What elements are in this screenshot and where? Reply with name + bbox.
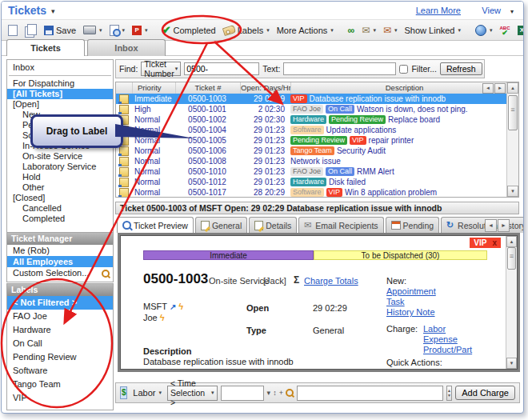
print-preview-button[interactable]: ▾ xyxy=(107,24,128,37)
refresh-button[interactable]: Refresh xyxy=(440,62,482,75)
charge-item-input[interactable] xyxy=(221,386,264,401)
links-button[interactable]: ∞ xyxy=(346,25,358,36)
label-item-vip[interactable]: VIP xyxy=(7,391,113,405)
preview-scrollbar-thumb[interactable] xyxy=(507,247,516,270)
employee-filter-custom-selection[interactable]: Custom Selection... xyxy=(7,267,113,278)
scrollbar-thumb[interactable] xyxy=(508,95,518,130)
ticket-row-0500-1008[interactable]: Normal0500-100829 01:23Network issue xyxy=(116,156,506,166)
employee-filter-all-employees[interactable]: All Employees xyxy=(7,256,113,267)
label-item-fao-joe[interactable]: FAO Joe xyxy=(7,310,113,323)
charge-description-input[interactable] xyxy=(297,386,443,401)
label-item-hardware[interactable]: Hardware xyxy=(7,323,113,337)
ticket-row-0500-1010[interactable]: Normal0500-101029 01:23FAO JoeOn CallRMM… xyxy=(116,166,506,177)
ticket-row-0500-1001[interactable]: High0500-10012 02:30FAO JoeOn CallWatson… xyxy=(116,104,506,114)
tab-details[interactable]: Details xyxy=(249,217,297,233)
column-header-priority[interactable]: Priority xyxy=(133,82,176,94)
label-item-on-call[interactable]: On Call xyxy=(7,337,113,350)
grid-scrollbar[interactable]: ▲ ▼ xyxy=(506,82,518,197)
ticket-row-0500-1006[interactable]: Normal0500-100629 01:23Tango TeamSecurit… xyxy=(116,146,506,156)
scroll-left-icon[interactable]: ◄ xyxy=(482,83,494,94)
time-selection-select[interactable]: < Time Selection >▾ xyxy=(167,386,218,401)
account-zap-icon[interactable]: ϟ xyxy=(178,302,183,311)
more-actions-button[interactable]: More Actions▾ xyxy=(274,25,336,36)
page-title[interactable]: Tickets xyxy=(8,4,46,17)
scroll-right-icon[interactable]: ► xyxy=(494,83,506,94)
sidebar-item-on-site-service[interactable]: On-site Service xyxy=(7,151,113,162)
completed-button[interactable]: ✔Completed xyxy=(160,25,218,36)
label-item-pending-review[interactable]: Pending Review xyxy=(7,350,113,364)
new-ticket-button[interactable] xyxy=(6,24,20,37)
label-item-not-filtered[interactable]: < Not Filtered > xyxy=(7,296,113,310)
show-linked-button[interactable]: Show Linked▾ xyxy=(402,25,464,36)
find-field-select[interactable]: Ticket Number▾ xyxy=(141,62,181,76)
tab-pending[interactable]: Pending xyxy=(386,217,440,233)
email-open-button[interactable]: ✉▾ xyxy=(359,25,378,36)
sidebar-item-cancelled[interactable]: Cancelled xyxy=(7,203,113,214)
pdf-button[interactable]: P▾ xyxy=(130,25,150,36)
view-menu-caret-icon[interactable]: ▾ xyxy=(510,8,514,15)
tabs-scroll-right-icon[interactable]: ► xyxy=(498,219,510,232)
tabs-scroll-left-icon[interactable]: ◄ xyxy=(485,219,497,232)
export-button[interactable]: X▾ xyxy=(515,25,524,36)
vip-badge[interactable]: VIPx xyxy=(470,238,501,248)
email-send-button[interactable]: ✉▾ xyxy=(381,25,400,36)
sidebar-item-other[interactable]: Other xyxy=(7,182,113,193)
preview-scroll-down-icon[interactable]: ▼ xyxy=(506,358,517,369)
ticket-row-0500-1003[interactable]: Immediate0500-100329 02:29VIPDatabase re… xyxy=(116,94,506,104)
ticket-row-0500-1017[interactable]: Normal0500-101728 20:29SoftwareVIPWin 8 … xyxy=(116,187,506,197)
account-link-icon[interactable]: ↗ xyxy=(170,302,176,311)
label-item-software[interactable]: Software xyxy=(7,364,113,378)
tab-ticket-preview[interactable]: Ticket Preview xyxy=(117,217,194,233)
charge-totals-link[interactable]: Charge Totals xyxy=(304,276,358,286)
contact-zap-icon[interactable]: ϟ xyxy=(160,313,165,322)
contact-label[interactable]: Joe xyxy=(143,313,158,322)
ticket-row-0500-1005[interactable]: Normal0500-100529 01:23Pending ReviewVIP… xyxy=(116,135,506,146)
quantity-stepper[interactable]: ▲▼ xyxy=(446,386,452,401)
item-dropdown-icon[interactable]: ▾ xyxy=(267,389,271,397)
link-appointment[interactable]: Appointment xyxy=(386,286,436,296)
save-button[interactable]: Save xyxy=(42,25,78,36)
sidebar-item-inbox[interactable]: Inbox xyxy=(7,62,113,73)
learn-more-link[interactable]: Learn More xyxy=(416,6,461,15)
tab-tickets[interactable]: Tickets xyxy=(6,39,85,56)
charge-category-select[interactable]: Labor▾ xyxy=(130,387,164,398)
vip-remove-icon[interactable]: x xyxy=(492,238,497,247)
link-labor[interactable]: Labor xyxy=(423,324,472,334)
sidebar-item-hold[interactable]: Hold xyxy=(7,172,113,182)
ticket-row-0500-1002[interactable]: Normal0500-100229 02:30HardwarePending R… xyxy=(116,114,506,125)
label-item-tango-team[interactable]: Tango Team xyxy=(7,378,113,391)
preview-scrollbar[interactable]: ▲ ▼ xyxy=(506,236,517,369)
sidebar-item-laboratory-service[interactable]: Laboratory Service xyxy=(7,162,113,172)
sidebar-item-all-tickets[interactable]: [All Tickets] xyxy=(7,89,113,99)
view-menu[interactable]: View xyxy=(482,6,501,15)
web-button[interactable]: ▾ xyxy=(473,24,495,37)
text-search-input[interactable] xyxy=(283,62,396,75)
search-icon[interactable] xyxy=(286,389,294,397)
spellcheck-button[interactable]: ABC✔ xyxy=(498,25,513,36)
link-history-note[interactable]: History Note xyxy=(386,307,436,317)
print-button[interactable]: ▾ xyxy=(81,25,105,35)
sidebar-item-closed[interactable]: [Closed] xyxy=(7,193,113,203)
sidebar-item-completed[interactable]: Completed xyxy=(7,214,113,224)
column-header-ticket[interactable]: Ticket # xyxy=(176,82,241,94)
tab-inbox[interactable]: Inbox xyxy=(87,39,166,56)
ticket-row-0500-1012[interactable]: Normal0500-101229 01:23HardwareDisk fail… xyxy=(116,177,506,187)
add-charge-button[interactable]: Add Charge xyxy=(455,386,515,400)
updown-icon[interactable]: ↕ xyxy=(273,389,277,397)
sidebar-item-for-dispatching[interactable]: For Dispatching xyxy=(7,78,113,89)
column-header-open-days-hrs[interactable]: Open: Days/Hrs xyxy=(241,82,291,94)
copy-button[interactable] xyxy=(22,23,39,38)
preview-scroll-up-icon[interactable]: ▲ xyxy=(506,236,517,247)
employee-filter-me-rob[interactable]: Me (Rob) xyxy=(7,245,113,256)
tab-resolution-history[interactable]: ↻Resolution/History xyxy=(441,217,524,233)
labels-button[interactable]: Labels▾ xyxy=(221,25,272,36)
link-task[interactable]: Task xyxy=(386,297,436,306)
filter-checkbox[interactable] xyxy=(399,65,408,74)
add-item-icon[interactable]: + xyxy=(279,389,283,397)
tab-email-recipients[interactable]: ✉Email Recipients xyxy=(298,217,383,233)
sidebar-item-open[interactable]: [Open] xyxy=(7,99,113,110)
title-menu-caret-icon[interactable]: ▾ xyxy=(51,7,55,15)
ticket-row-0500-1004[interactable]: Normal0500-100429 01:23SoftwareUpdate ap… xyxy=(116,125,506,135)
scroll-up-icon[interactable]: ▲ xyxy=(507,82,518,94)
link-expense[interactable]: Expense xyxy=(423,334,472,344)
